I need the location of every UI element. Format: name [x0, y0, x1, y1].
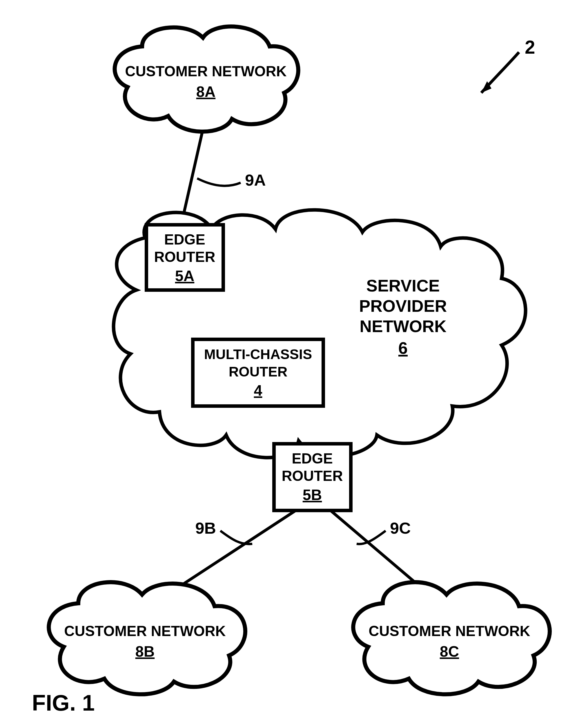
edge-a-line2: ROUTER: [154, 249, 215, 265]
edge-a-line1: EDGE: [164, 231, 205, 248]
edge-router-5b: EDGE ROUTER 5B: [274, 444, 351, 511]
customer-network-c-cloud: CUSTOMER NETWORK 8C: [353, 582, 550, 694]
leader-9a: [197, 179, 240, 186]
link-label-9c: 9C: [390, 519, 411, 537]
cust-b-title: CUSTOMER NETWORK: [64, 623, 226, 639]
cust-a-ref: 8A: [196, 83, 215, 100]
cust-c-title: CUSTOMER NETWORK: [369, 623, 530, 639]
multi-line2: ROUTER: [229, 364, 288, 379]
multi-line1: MULTI-CHASSIS: [204, 347, 312, 362]
link-label-9a: 9A: [245, 171, 266, 189]
multi-chassis-router: MULTI-CHASSIS ROUTER 4: [193, 339, 323, 406]
customer-network-b-cloud: CUSTOMER NETWORK 8B: [49, 582, 245, 694]
edge-b-line2: ROUTER: [281, 468, 343, 484]
diagram-ref-label: 2: [525, 37, 535, 58]
figure-label: FIG. 1: [32, 690, 95, 715]
sp-line2: PROVIDER: [359, 296, 447, 315]
diagram-ref-arrow: [481, 52, 519, 93]
edge-b-line1: EDGE: [292, 451, 333, 467]
cust-b-ref: 8B: [135, 643, 154, 660]
sp-line3: NETWORK: [359, 317, 446, 336]
link-label-9b: 9B: [195, 519, 216, 537]
sp-line1: SERVICE: [366, 276, 440, 295]
sp-ref: 6: [398, 338, 408, 357]
cust-a-title: CUSTOMER NETWORK: [125, 63, 287, 80]
edge-router-5a: EDGE ROUTER 5A: [146, 225, 223, 290]
edge-b-ref: 5B: [303, 486, 322, 503]
customer-network-a-cloud: CUSTOMER NETWORK 8A: [115, 26, 298, 131]
multi-ref: 4: [254, 382, 262, 399]
edge-a-ref: 5A: [175, 267, 194, 284]
link-9a: [181, 129, 203, 225]
cust-c-ref: 8C: [440, 643, 459, 660]
